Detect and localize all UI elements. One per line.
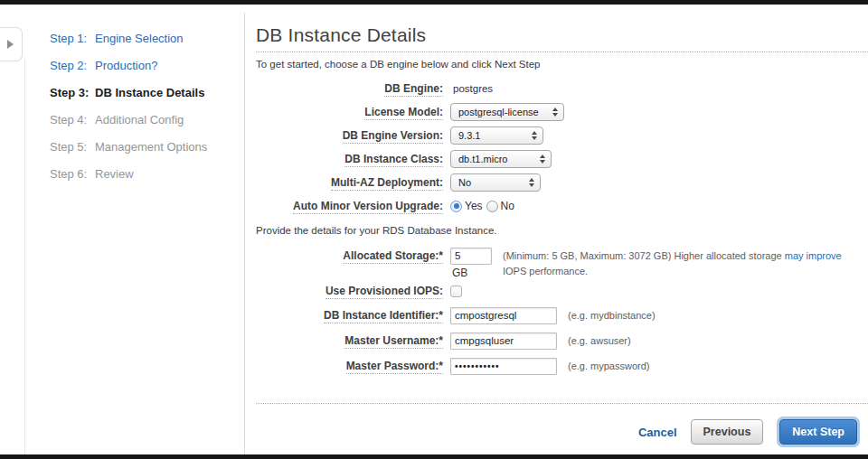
db-engine-row: DB Engine: postgres xyxy=(256,77,868,100)
sidebar-item-step1[interactable]: Step 1: Engine Selection xyxy=(50,24,240,52)
storage-hint-text: (Minimum: 5 GB, Maximum: 3072 GB) Higher… xyxy=(503,247,855,279)
step-label: DB Instance Details xyxy=(95,86,204,99)
step-number: Step 6: xyxy=(50,167,95,181)
step-number: Step 2: xyxy=(50,59,95,72)
provisioned-iops-row: Use Provisioned IOPS: xyxy=(256,279,868,303)
storage-unit-label: GB xyxy=(450,267,492,279)
footer-divider xyxy=(256,403,868,404)
sidebar-collapse-handle[interactable] xyxy=(0,27,23,61)
up-down-arrows-icon xyxy=(552,108,558,117)
sidebar-item-step2[interactable]: Step 2: Production? xyxy=(50,52,240,79)
auto-minor-upgrade-label: Auto Minor Version Upgrade: xyxy=(256,200,443,212)
intro-text: To get started, choose a DB engine below… xyxy=(256,59,868,70)
db-identifier-row: DB Instance Identifier:* (e.g. mydbinsta… xyxy=(256,303,868,328)
title-divider xyxy=(256,52,868,52)
master-password-input[interactable] xyxy=(450,358,557,375)
sidebar-item-step3-current: Step 3: DB Instance Details xyxy=(50,79,240,106)
master-username-row: Master Username:* (e.g. awsuser) xyxy=(256,328,868,353)
right-arrow-icon xyxy=(7,40,14,49)
step-number: Step 1: xyxy=(50,32,95,45)
wizard-steps: Step 1: Engine Selection Step 2: Product… xyxy=(50,24,240,187)
bottom-window-bar xyxy=(0,454,868,459)
license-model-select[interactable]: postgresql-license xyxy=(450,103,564,121)
step-number: Step 5: xyxy=(50,140,95,154)
step-label: Review xyxy=(95,167,134,181)
allocated-storage-input[interactable] xyxy=(450,248,492,265)
sidebar-item-step4: Step 4: Additional Config xyxy=(50,106,240,133)
db-engine-version-label: DB Engine Version: xyxy=(256,129,443,142)
left-rail-divider xyxy=(24,60,25,454)
db-instance-class-select[interactable]: db.t1.micro xyxy=(450,150,552,168)
multi-az-label: Multi-AZ Deployment: xyxy=(256,176,443,189)
step-label: Management Options xyxy=(95,140,207,154)
db-engine-label: DB Engine: xyxy=(256,82,443,95)
sidebar-item-step5: Step 5: Management Options xyxy=(50,133,240,160)
master-password-row: Master Password:* (e.g. mypassword) xyxy=(256,353,868,379)
sidebar-item-step6: Step 6: Review xyxy=(50,160,240,187)
step-label: Engine Selection xyxy=(95,32,184,45)
auto-minor-upgrade-row: Auto Minor Version Upgrade: Yes No xyxy=(256,194,868,218)
wizard-footer: Cancel Previous Next Step xyxy=(256,419,868,445)
sidebar-content-divider xyxy=(244,13,245,454)
db-identifier-example: (e.g. mydbinstance) xyxy=(568,310,656,321)
db-instance-form: DB Engine: postgres License Model: postg… xyxy=(256,77,868,379)
license-model-row: License Model: postgresql-license xyxy=(256,100,868,124)
allocated-storage-label: Allocated Storage:* xyxy=(256,247,443,262)
multi-az-row: Multi-AZ Deployment: No xyxy=(256,171,868,194)
db-engine-version-row: DB Engine Version: 9.3.1 xyxy=(256,124,868,147)
up-down-arrows-icon xyxy=(532,131,537,140)
up-down-arrows-icon xyxy=(529,178,534,187)
step-number: Step 3: xyxy=(50,86,95,99)
wizard-content: DB Instance Details To get started, choo… xyxy=(256,0,868,445)
step-number: Step 4: xyxy=(50,113,95,126)
master-password-example: (e.g. mypassword) xyxy=(568,361,649,371)
provisioned-iops-checkbox[interactable] xyxy=(450,286,462,297)
master-username-example: (e.g. awsuser) xyxy=(568,335,631,346)
details-intro-text: Provide the details for your RDS Databas… xyxy=(256,225,868,236)
auto-minor-no-label: No xyxy=(501,200,514,212)
db-identifier-input[interactable] xyxy=(450,307,557,324)
next-step-button[interactable]: Next Step xyxy=(779,419,857,445)
auto-minor-no-radio[interactable] xyxy=(486,201,498,212)
db-engine-version-select[interactable]: 9.3.1 xyxy=(450,126,543,145)
db-instance-class-row: DB Instance Class: db.t1.micro xyxy=(256,147,868,171)
auto-minor-yes-radio[interactable] xyxy=(450,201,462,212)
may-improve-link[interactable]: may improve xyxy=(785,250,842,261)
master-username-label: Master Username:* xyxy=(256,334,443,347)
allocated-storage-row: Allocated Storage:* GB (Minimum: 5 GB, M… xyxy=(256,247,868,279)
db-identifier-label: DB Instance Identifier:* xyxy=(256,309,443,322)
master-username-input[interactable] xyxy=(450,333,557,350)
provisioned-iops-label: Use Provisioned IOPS: xyxy=(256,285,443,297)
previous-button[interactable]: Previous xyxy=(691,419,764,445)
step-label: Production? xyxy=(95,59,157,72)
master-password-label: Master Password:* xyxy=(256,360,443,372)
license-model-label: License Model: xyxy=(256,106,443,118)
step-label: Additional Config xyxy=(95,113,184,126)
auto-minor-yes-label: Yes xyxy=(465,200,483,212)
page-title: DB Instance Details xyxy=(256,24,868,45)
up-down-arrows-icon xyxy=(540,155,545,164)
cancel-button[interactable]: Cancel xyxy=(638,426,677,439)
db-instance-class-label: DB Instance Class: xyxy=(256,153,443,165)
db-engine-value: postgres xyxy=(450,83,493,94)
multi-az-select[interactable]: No xyxy=(450,173,541,192)
